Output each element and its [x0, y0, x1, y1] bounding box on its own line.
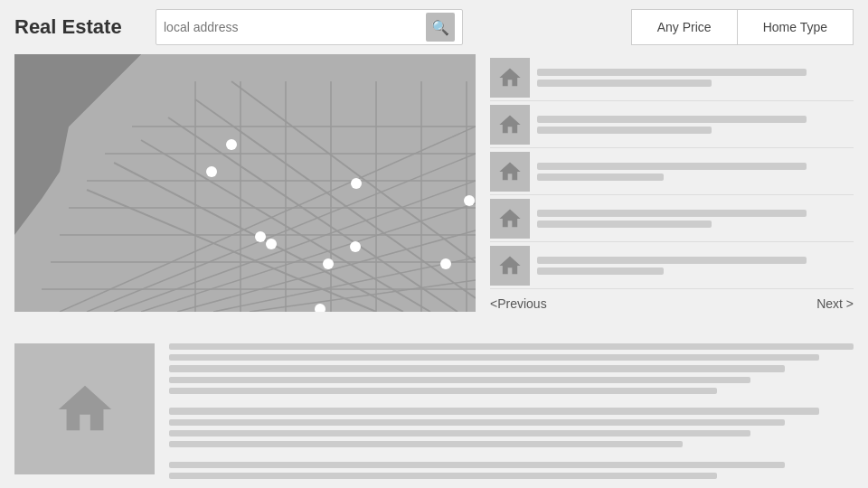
listing-thumbnail: [490, 58, 530, 98]
home-icon: [497, 65, 523, 90]
listing-item[interactable]: [490, 195, 854, 242]
price-filter-button[interactable]: Any Price: [631, 9, 737, 45]
svg-point-30: [226, 139, 237, 150]
type-filter-button[interactable]: Home Type: [737, 9, 854, 45]
detail-image: [14, 343, 155, 474]
detail-line: [169, 354, 819, 361]
detail-line: [169, 388, 717, 394]
search-button[interactable]: 🔍: [426, 13, 455, 42]
listing-line-1: [537, 210, 807, 217]
search-bar: 🔍: [156, 9, 463, 45]
home-icon: [497, 206, 523, 231]
detail-line: [169, 462, 785, 468]
detail-line: [169, 419, 785, 426]
search-input[interactable]: [164, 20, 426, 34]
home-icon: [497, 253, 523, 278]
svg-point-35: [440, 258, 451, 269]
detail-panel: [14, 343, 854, 479]
detail-line: [169, 365, 785, 371]
filter-buttons: Any Price Home Type: [631, 9, 854, 45]
listing-details: [537, 210, 854, 228]
svg-point-37: [266, 239, 277, 249]
listing-line-1: [537, 257, 807, 264]
detail-line: [169, 343, 854, 350]
listing-line-1: [537, 163, 807, 170]
home-icon: [497, 159, 523, 184]
detail-line: [169, 473, 717, 479]
listing-thumbnail: [490, 246, 530, 286]
listing-line-2: [537, 267, 664, 275]
listing-item[interactable]: [490, 101, 854, 148]
header: Real Estate 🔍 Any Price Home Type: [0, 0, 868, 54]
detail-line: [169, 408, 819, 414]
svg-point-34: [323, 258, 334, 269]
listing-details: [537, 257, 854, 275]
listing-details: [537, 69, 854, 87]
previous-button[interactable]: <Previous: [490, 296, 547, 311]
listing-thumbnail: [490, 152, 530, 192]
app-title: Real Estate: [14, 15, 141, 39]
listing-details: [537, 116, 854, 134]
svg-point-32: [351, 178, 362, 189]
listing-line-1: [537, 69, 807, 76]
listing-line-2: [537, 174, 664, 181]
listing-item[interactable]: [490, 242, 854, 289]
map-svg: [14, 54, 476, 312]
detail-line: [169, 430, 750, 436]
svg-point-33: [464, 195, 475, 206]
main-content: <Previous Next >: [0, 54, 868, 343]
svg-point-36: [255, 231, 266, 242]
detail-line: [169, 441, 683, 447]
next-button[interactable]: Next >: [816, 296, 854, 311]
listing-item[interactable]: [490, 54, 854, 101]
svg-point-40: [350, 241, 361, 252]
listing-line-2: [537, 127, 712, 134]
listing-thumbnail: [490, 105, 530, 145]
home-icon: [497, 112, 523, 137]
svg-point-31: [206, 166, 217, 177]
detail-line: [169, 377, 750, 383]
listing-line-2: [537, 80, 712, 87]
detail-content: [169, 343, 854, 479]
pagination: <Previous Next >: [490, 289, 854, 311]
listings-panel: <Previous Next >: [490, 54, 854, 334]
detail-home-icon: [53, 378, 117, 441]
listing-details: [537, 163, 854, 181]
listing-line-2: [537, 221, 712, 228]
map-area[interactable]: [14, 54, 476, 312]
listing-thumbnail: [490, 199, 530, 239]
listing-line-1: [537, 116, 807, 123]
listing-item[interactable]: [490, 148, 854, 195]
